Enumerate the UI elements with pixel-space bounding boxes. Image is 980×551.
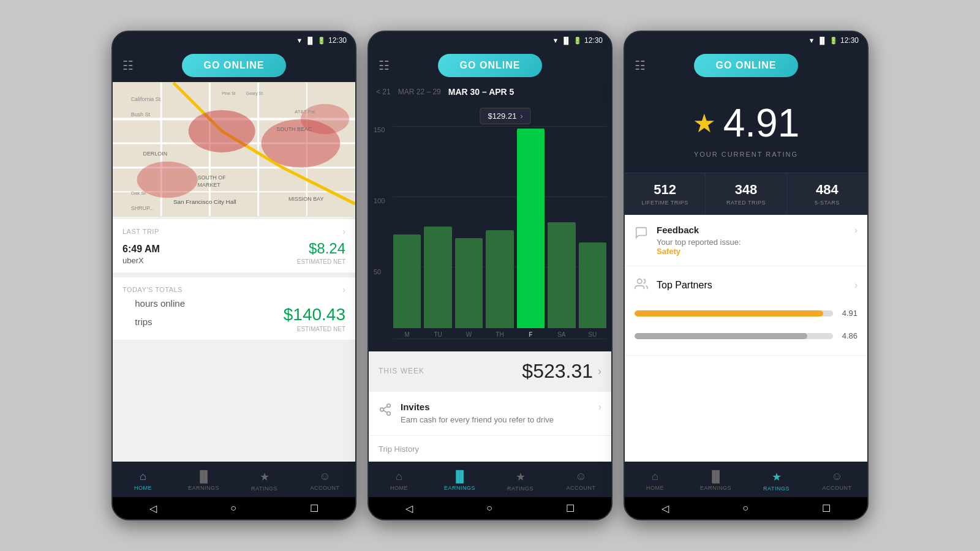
- rating-label: YOUR CURRENT RATING: [694, 151, 798, 158]
- back-btn-2[interactable]: ◁: [405, 503, 413, 514]
- last-trip-chevron[interactable]: ›: [342, 227, 345, 236]
- signal-icon-1: ▐▌: [305, 37, 315, 44]
- totals-amount: $140.43: [284, 305, 345, 324]
- nav-earnings-3[interactable]: ▐▌ EARNINGS: [685, 470, 746, 491]
- time-display-1: 12:30: [328, 36, 347, 45]
- date-mar22[interactable]: MAR 22 – 29: [398, 88, 441, 96]
- go-online-button-1[interactable]: GO ONLINE: [182, 54, 287, 77]
- y-axis: 150 100 50: [374, 126, 391, 339]
- partner-bar-fill-2: [635, 333, 807, 339]
- ratings-label-2: RATINGS: [507, 485, 533, 492]
- totals-label: TODAY'S TOTALS: [123, 286, 183, 293]
- nav-ratings-3[interactable]: ★ RATINGS: [746, 470, 807, 492]
- bar-label-tu: TU: [434, 331, 442, 338]
- nav-home-2[interactable]: ⌂ HOME: [369, 470, 429, 491]
- this-week-amount-container: $523.31 ›: [522, 360, 601, 383]
- date-mar30[interactable]: MAR 30 – APR 5: [448, 87, 514, 97]
- android-nav-3: ◁ ○ ☐: [625, 497, 867, 519]
- trip-estimated-net: ESTIMATED NET: [297, 258, 345, 265]
- recents-btn-2[interactable]: ☐: [566, 503, 575, 514]
- nav-account-3[interactable]: ☺ ACCOUNT: [807, 470, 867, 491]
- home-btn-3[interactable]: ○: [742, 503, 748, 514]
- menu-icon-2[interactable]: ☷: [379, 58, 390, 73]
- trip-history-preview[interactable]: Trip History: [369, 435, 611, 462]
- back-btn-1[interactable]: ◁: [149, 503, 157, 514]
- nav-ratings-2[interactable]: ★ RATINGS: [490, 470, 551, 492]
- rating-hero: ★ 4.91 YOUR CURRENT RATING: [625, 82, 867, 173]
- menu-icon-1[interactable]: ☷: [123, 58, 134, 73]
- recents-btn-1[interactable]: ☐: [310, 503, 318, 514]
- partner-bar-row-1: 4.91: [635, 309, 858, 318]
- nav-ratings-1[interactable]: ★ RATINGS: [234, 470, 295, 492]
- last-trip-card[interactable]: LAST TRIP › 6:49 AM uberX $8.24 ESTIMATE…: [113, 219, 355, 272]
- feedback-item[interactable]: Feedback Your top reported issue: Safety…: [625, 215, 867, 266]
- earnings-label-1: EARNINGS: [188, 485, 219, 491]
- map-area[interactable]: California St Bush St DERLOIN SOUTH OF M…: [113, 82, 355, 217]
- ratings-icon-3: ★: [772, 470, 782, 484]
- rated-trips-num: 348: [735, 182, 758, 198]
- todays-totals-card[interactable]: TODAY'S TOTALS › 5 hours online 6 trips: [113, 277, 355, 340]
- svg-text:MISSION BAY: MISSION BAY: [288, 196, 323, 202]
- five-stars-num: 484: [816, 182, 839, 198]
- partner-bar-fill-1: [635, 310, 823, 317]
- chart-inner: M TU W TH: [393, 126, 606, 339]
- account-label-1: ACCOUNT: [311, 485, 340, 491]
- trip-time: 6:49 AM: [123, 244, 160, 255]
- nav-account-1[interactable]: ☺ ACCOUNT: [295, 470, 355, 491]
- partner-rating-2: 4.86: [839, 331, 858, 340]
- earnings-content: < 21 MAR 22 – 29 MAR 30 – APR 5 $129.21 …: [369, 82, 611, 462]
- earnings-icon-3: ▐▌: [708, 470, 724, 483]
- nav-home-1[interactable]: ⌂ HOME: [113, 470, 173, 491]
- battery-icon-3: 🔋: [829, 37, 838, 45]
- svg-line-31: [383, 407, 387, 409]
- back-btn-3[interactable]: ◁: [662, 503, 669, 514]
- wifi-icon-2: ▼: [552, 37, 559, 44]
- phone1-content: LAST TRIP › 6:49 AM uberX $8.24 ESTIMATE…: [113, 217, 355, 462]
- date-nav: < 21 MAR 22 – 29 MAR 30 – APR 5: [369, 82, 611, 102]
- date-prev[interactable]: < 21: [376, 88, 391, 96]
- account-icon-1: ☺: [319, 470, 330, 483]
- nav-home-3[interactable]: ⌂ HOME: [625, 470, 685, 491]
- partners-icon: [635, 277, 648, 294]
- recents-btn-3[interactable]: ☐: [822, 503, 831, 514]
- bar-f: [517, 129, 545, 328]
- menu-icon-3[interactable]: ☷: [635, 58, 646, 73]
- top-partners-item[interactable]: Top Partners › 4.91: [625, 266, 867, 356]
- totals-estimated-net: ESTIMATED NET: [284, 326, 345, 332]
- lifetime-trips-num: 512: [654, 182, 676, 198]
- feedback-section: Feedback Your top reported issue: Safety…: [625, 215, 867, 462]
- rated-trips-desc: RATED TRIPS: [726, 200, 766, 206]
- share-icon: [379, 403, 392, 420]
- this-week-row[interactable]: THIS WEEK $523.31 ›: [369, 351, 611, 391]
- home-btn-2[interactable]: ○: [486, 503, 492, 514]
- home-btn-1[interactable]: ○: [230, 503, 236, 514]
- android-nav-1: ◁ ○ ☐: [113, 497, 355, 519]
- totals-chevron[interactable]: ›: [342, 285, 345, 294]
- go-online-button-3[interactable]: GO ONLINE: [694, 54, 799, 77]
- hours-label: hours online: [135, 298, 185, 314]
- trips-label: trips: [135, 317, 152, 332]
- svg-point-29: [387, 411, 391, 415]
- go-online-button-2[interactable]: GO ONLINE: [438, 54, 543, 77]
- battery-icon-1: 🔋: [317, 37, 326, 45]
- ratings-label-3: RATINGS: [763, 485, 790, 492]
- partner-bar-bg-2: [635, 333, 833, 339]
- earnings-chart-area: $129.21 › 150 100 50: [369, 102, 611, 351]
- invites-title: Invites: [401, 402, 554, 412]
- bar-col-th: TH: [486, 129, 513, 328]
- bar-col-w: W: [455, 129, 483, 328]
- last-trip-label: LAST TRIP: [123, 228, 159, 235]
- hours-num: 5: [123, 298, 130, 314]
- this-week-chevron: ›: [598, 365, 601, 378]
- bar-col-tu: TU: [424, 129, 451, 328]
- partner-bar-bg-1: [635, 310, 833, 317]
- svg-point-11: [137, 162, 198, 198]
- home-label-3: HOME: [646, 485, 664, 491]
- bar-col-sa: SA: [548, 129, 575, 328]
- svg-text:MARKET: MARKET: [198, 182, 221, 188]
- nav-account-2[interactable]: ☺ ACCOUNT: [551, 470, 611, 491]
- invites-card[interactable]: Invites Earn cash for every friend you r…: [369, 391, 611, 435]
- nav-earnings-1[interactable]: ▐▌ EARNINGS: [173, 470, 234, 491]
- app-header-1: ☷ GO ONLINE: [113, 49, 355, 82]
- nav-earnings-2[interactable]: ▐▌ EARNINGS: [429, 470, 490, 491]
